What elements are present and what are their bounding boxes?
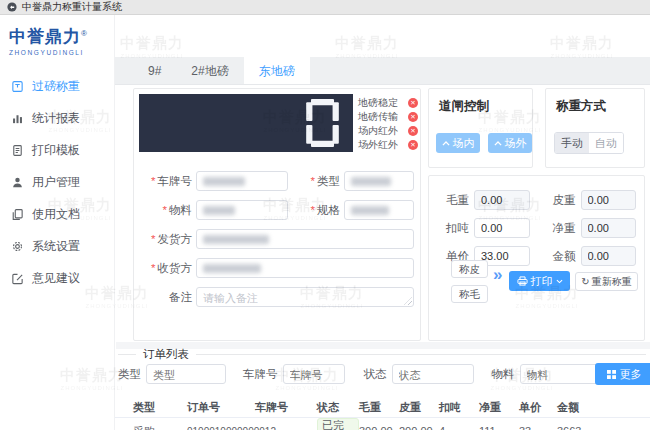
col-amount: 金额	[557, 400, 650, 415]
type-input[interactable]	[344, 171, 414, 191]
sidebar-item-docs[interactable]: 使用文档	[0, 198, 114, 230]
watermark: 中誉鼎力ZHONGYUDINGLI	[550, 34, 614, 59]
filter-plate-input[interactable]	[283, 364, 345, 384]
col-status: 状态	[317, 400, 359, 415]
cell-price: 33	[519, 425, 557, 430]
sidebar-item-reports[interactable]: 统计报表	[0, 102, 114, 134]
app-window: 中誉鼎力称重计量系统 中誉鼎力® ZHONGYUDINGLI 过磅称重 统计报表	[0, 0, 650, 430]
bar-chart-icon	[11, 112, 24, 125]
amount-input	[581, 246, 637, 266]
sidebar: 中誉鼎力® ZHONGYUDINGLI 过磅称重 统计报表 打	[0, 15, 115, 430]
status-error-icon	[408, 98, 418, 108]
scale-status-list: 地磅稳定 地磅传输 场内红外 场外红外	[358, 94, 418, 152]
sidebar-item-weighing[interactable]: 过磅称重	[0, 70, 114, 102]
mode-auto-option[interactable]: 自动	[589, 133, 623, 153]
status-label: 场内红外	[358, 124, 398, 138]
sidebar-item-label: 用户管理	[32, 174, 80, 191]
window-titlebar: 中誉鼎力称重计量系统	[0, 0, 650, 15]
col-plate: 车牌号	[255, 400, 317, 415]
weight-values-panel: 毛重 皮重 扣吨 净重 单价 金额 称皮 称毛 »	[428, 175, 645, 341]
copy-document-icon	[11, 208, 24, 221]
sender-label: 发货方	[140, 232, 192, 247]
gross-input	[474, 190, 530, 210]
more-filters-button[interactable]: 更多	[595, 363, 650, 385]
gate-open-inside-button[interactable]: 场内	[436, 133, 480, 153]
status-row: 地磅传输	[358, 110, 418, 124]
net-label: 净重	[538, 221, 576, 236]
remark-label: 备注	[140, 290, 192, 305]
gross-label: 毛重	[429, 193, 469, 208]
status-row: 场内红外	[358, 124, 418, 138]
status-row: 场外红外	[358, 138, 418, 152]
sidebar-menu: 过磅称重 统计报表 打印模板 用户管理	[0, 70, 114, 294]
cell-type: 采购	[133, 424, 187, 430]
plate-label: 车牌号	[140, 174, 192, 189]
weigh-mode-toggle: 手动 自动	[554, 132, 624, 154]
status-badge: 已完成	[317, 418, 359, 430]
cell-order-no: 0100010000000012	[187, 426, 255, 430]
cell-gross: 300.00	[359, 425, 399, 430]
sender-input[interactable]	[196, 229, 414, 249]
cell-status: 已完成	[317, 418, 359, 430]
double-chevron-right-icon: »	[493, 265, 502, 285]
sidebar-item-feedback[interactable]: 意见建议	[0, 262, 114, 294]
remark-textarea[interactable]	[196, 287, 414, 307]
printer-icon	[517, 276, 528, 286]
filter-status-input[interactable]	[392, 364, 474, 384]
tare-label: 皮重	[538, 193, 576, 208]
reweigh-label: 重新称重	[592, 275, 632, 289]
orders-table-header: 类型 订单号 车牌号 状态 毛重 皮重 扣吨 净重 单价 金额	[115, 398, 650, 418]
masked-value	[203, 264, 261, 273]
deduct-input[interactable]	[474, 218, 530, 238]
sidebar-item-label: 统计报表	[32, 110, 80, 127]
type-label: 类型	[298, 174, 340, 189]
cell-deduct: 4	[439, 425, 479, 430]
weigh-tare-button[interactable]: 称皮	[451, 260, 488, 278]
app-icon	[7, 2, 17, 12]
filter-material-input[interactable]	[520, 364, 604, 384]
sidebar-item-print-templates[interactable]: 打印模板	[0, 134, 114, 166]
weigh-gross-button[interactable]: 称毛	[451, 285, 488, 303]
amount-label: 金额	[538, 249, 576, 264]
mode-manual-option[interactable]: 手动	[555, 133, 589, 153]
tab-scale-2[interactable]: 2#地磅	[176, 57, 243, 84]
scale-tabbar: 9# 2#地磅 东地磅	[115, 57, 650, 85]
print-button[interactable]: 打印	[509, 271, 570, 291]
tab-scale-east[interactable]: 东地磅	[244, 57, 310, 84]
weigh-mode-panel: 称重方式 手动 自动	[545, 88, 645, 168]
col-net: 净重	[479, 400, 519, 415]
tab-scale-9[interactable]: 9#	[133, 57, 176, 84]
print-template-icon	[11, 144, 24, 157]
receiver-input[interactable]	[196, 258, 414, 278]
spec-label: 规格	[298, 203, 340, 218]
masked-value	[203, 206, 235, 215]
scale-icon	[11, 80, 24, 93]
orders-table: 类型 订单号 车牌号 状态 毛重 皮重 扣吨 净重 单价 金额 采购 01000…	[115, 398, 650, 430]
filter-plate-label: 车牌号	[243, 367, 278, 382]
logo-name: 中誉鼎力	[9, 27, 81, 46]
sidebar-item-settings[interactable]: 系统设置	[0, 230, 114, 262]
spec-input[interactable]	[344, 200, 414, 220]
col-tare: 皮重	[399, 400, 439, 415]
masked-value	[203, 177, 245, 186]
status-row: 地磅稳定	[358, 96, 418, 110]
table-row[interactable]: 采购 0100010000000012 已完成 300.00 200.00 4 …	[115, 418, 650, 430]
gate-outside-label: 场外	[505, 136, 527, 151]
reweigh-button[interactable]: ↻ 重新称重	[575, 272, 638, 291]
plate-input[interactable]	[196, 171, 288, 191]
filter-type-input[interactable]	[146, 364, 226, 384]
refresh-icon: ↻	[581, 276, 589, 287]
chevron-up-icon	[442, 141, 450, 146]
col-order-no: 订单号	[187, 400, 255, 415]
filter-type-label: 类型	[118, 367, 141, 382]
gate-open-outside-button[interactable]: 场外	[488, 133, 532, 153]
col-gross: 毛重	[359, 400, 399, 415]
sidebar-item-users[interactable]: 用户管理	[0, 166, 114, 198]
print-label: 打印	[531, 274, 553, 289]
masked-value	[351, 177, 391, 186]
window-title: 中誉鼎力称重计量系统	[22, 0, 122, 14]
gear-icon	[11, 240, 24, 253]
weighing-panel: 地磅稳定 地磅传输 场内红外 场外红外 车牌号 类型	[133, 88, 421, 341]
material-input[interactable]	[196, 200, 288, 220]
grid-icon	[607, 370, 616, 379]
